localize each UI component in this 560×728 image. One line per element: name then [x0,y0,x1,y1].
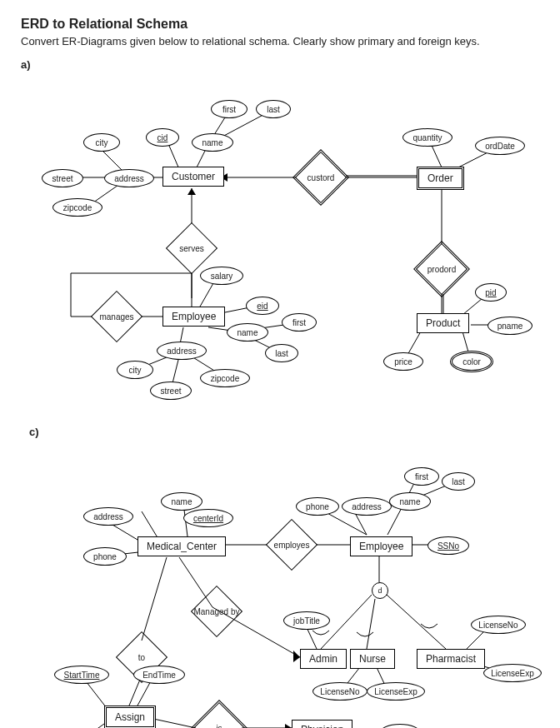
d-circle: d [372,582,388,599]
rel-custord: custord [296,152,346,202]
attr-last: last [256,100,291,118]
entity-pharmacist: Pharmacist [417,649,485,669]
part-c-label: c) [29,426,539,438]
rel-serves: serves [167,223,217,273]
attr-address: address [104,169,154,187]
diagram-c: Medical_Center Employee Admin Nurse Phar… [21,449,538,728]
entity-physician: Physician [292,720,352,728]
attr-city: city [83,133,120,152]
attr-name-emp: name [227,323,268,342]
attr-cid: cid [146,128,179,147]
attr-first-c: first [404,467,439,486]
entity-employee: Employee [162,307,225,327]
part-a-label: a) [21,58,539,71]
attr-last-c: last [442,472,475,491]
attr-street-emp: street [150,381,192,400]
entity-product: Product [417,313,469,333]
svg-marker-37 [188,188,196,195]
attr-licenseno-p: LicenseNo [471,616,526,634]
svg-line-52 [367,599,375,649]
attr-price: price [383,352,423,371]
attr-city-emp: city [117,361,153,379]
rel-manages: manages [92,292,142,342]
svg-marker-72 [293,651,300,662]
rel-managed-by: Managed by [188,586,246,636]
attr-name: name [192,133,233,152]
diagram-c-lines [21,449,538,728]
rel-is: is [194,703,244,728]
entity-medical-center: Medical_Center [138,536,226,556]
svg-line-61 [142,557,167,641]
attr-quantity: quantity [402,128,452,147]
svg-line-38 [142,511,158,539]
attr-licenseexp-p: LicenseExp [483,664,542,682]
attr-centerid: centerId [183,509,233,527]
attr-pname: pname [488,317,532,335]
attr-zipcode-emp: zipcode [200,369,250,387]
attr-address-mc: address [83,507,133,526]
entity-nurse: Nurse [350,649,395,669]
attr-street: street [42,169,83,187]
attr-starttime: StartTime [54,666,109,684]
svg-marker-73 [285,724,292,728]
attr-licenseno-n: LicenseNo [312,682,368,701]
entity-order: Order [417,167,464,190]
attr-jobtitle: jobTitle [283,611,330,630]
rel-prodord: prodord [417,244,467,294]
attr-licenseexp-n: LicenseExp [367,682,425,701]
rel-employes: employes [267,520,317,570]
attr-eid: eid [246,297,279,315]
attr-zipcode: zipcode [52,198,102,217]
attr-color: color [450,351,493,372]
attr-address-emp-c: address [342,497,392,516]
attr-endtime: EndTime [133,666,185,684]
svg-line-53 [387,595,446,649]
attr-first-emp: first [282,313,317,332]
attr-name-mc: name [161,492,202,511]
attr-ssno: SSNo [428,536,469,555]
attr-salary: salary [200,267,243,285]
attr-last-emp: last [265,344,298,362]
attr-pid: pid [475,283,507,302]
attr-phone-emp: phone [296,497,339,516]
attr-orddate: ordDate [475,137,525,155]
entity-employee-c: Employee [350,536,412,556]
entity-admin: Admin [300,649,347,669]
subtitle: Convert ER-Diagrams given below to relat… [21,35,539,47]
attr-first: first [211,100,248,118]
svg-line-65 [75,724,104,728]
attr-name-emp-c: name [389,492,431,511]
entity-assign: Assign [104,706,156,728]
attr-phone-mc: phone [83,547,127,566]
entity-customer: Customer [162,167,224,187]
diagram-a: Customer Order Employee Product serves m… [21,82,538,415]
attr-address-emp: address [157,342,207,360]
page-title: ERD to Relational Schema [21,17,539,32]
